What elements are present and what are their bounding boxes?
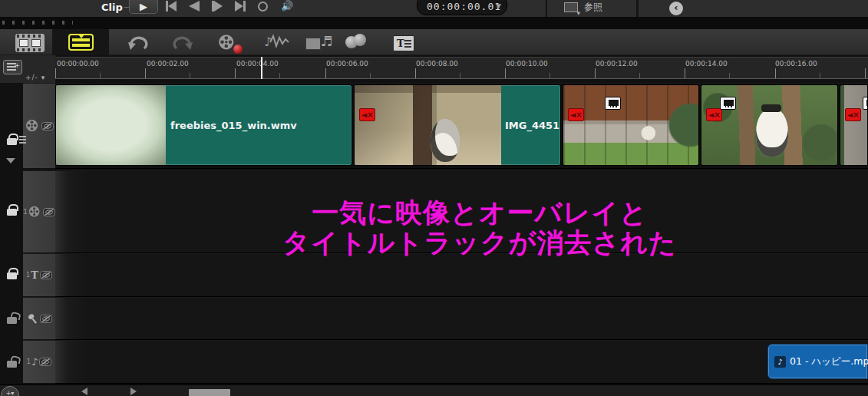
video-clip-cat-wall[interactable]: ◄×: [563, 84, 699, 166]
go-end-button[interactable]: [235, 0, 251, 12]
add-remove-track-control[interactable]: +/- ▾: [25, 74, 45, 81]
next-frame-button[interactable]: [212, 0, 228, 12]
caret-icon: ▾: [41, 74, 46, 81]
collapse-panel-button[interactable]: ‹: [669, 2, 683, 15]
scene-split-icon: [720, 97, 736, 110]
plus-icon: +: [14, 61, 20, 69]
music-track-unlock-icon[interactable]: [7, 361, 17, 368]
music-note-icon: ♪: [774, 356, 786, 368]
undo-button[interactable]: [126, 34, 149, 52]
clip-filename: freebies_015_win.wmv: [170, 120, 297, 131]
tick-label: 00:00:00.00: [57, 60, 99, 68]
mute-icon: ◄×: [845, 108, 861, 121]
video-track-icon: [25, 119, 40, 134]
video-track-list-icon[interactable]: [19, 136, 26, 137]
music-track-icon: ♪: [31, 356, 38, 368]
record-dot-icon: [233, 45, 243, 54]
scrollbar-thumb[interactable]: [189, 389, 230, 396]
music-clip-filename: 01 - ハッピー.mp3: [790, 355, 868, 368]
browse-button[interactable]: 参照: [564, 1, 602, 14]
volume-icon[interactable]: 🔊: [281, 0, 297, 12]
transport-controls: 🔊: [166, 0, 297, 14]
eye-hidden-icon[interactable]: [43, 208, 55, 216]
timecode-dropdown-icon[interactable]: ▼: [496, 2, 501, 10]
eye-hidden-icon[interactable]: [40, 315, 52, 323]
music-track-number: 1: [27, 358, 31, 365]
redo-button[interactable]: [172, 34, 195, 52]
voice-track-icon: [27, 313, 38, 325]
overlay-track-icon: [28, 206, 41, 219]
overlay-track-lock-icon[interactable]: [7, 209, 17, 216]
time-ruler[interactable]: 00:00:00.00 00:00:02.00 00:00:04.00 00:0…: [55, 57, 868, 79]
voice-track-unlock-icon[interactable]: [7, 317, 17, 324]
plus-minus-label: +/-: [25, 74, 38, 81]
overlay-track-number: 1: [23, 209, 27, 216]
music-track-header[interactable]: 1 ♪: [23, 340, 55, 384]
video-editor-window: Clip — ▶ 🔊 00:00:00.01 ▼ 参照 ‹: [0, 0, 868, 396]
sidebar-collapse-caret[interactable]: [6, 158, 15, 163]
scroll-left-button[interactable]: [81, 388, 87, 395]
auto-music-button[interactable]: ♬: [305, 35, 333, 53]
waveform-icon: [269, 34, 290, 49]
video-clip-cat-tree[interactable]: ◄×: [701, 84, 838, 166]
clip-thumbnail: [56, 85, 166, 165]
playhead[interactable]: [261, 57, 262, 79]
timeline-view-button-selected[interactable]: [52, 29, 109, 55]
browse-label: 参照: [584, 1, 602, 14]
voice-track[interactable]: [55, 297, 868, 340]
voice-track-header[interactable]: [23, 297, 55, 340]
eye-hidden-icon[interactable]: [39, 358, 51, 366]
clip-thumbnail: [355, 85, 501, 165]
repeat-button[interactable]: [258, 0, 274, 12]
annotation-text: 一気に映像とオーバレイと タイトルトラックが消去された: [249, 198, 710, 258]
eye-hidden-icon[interactable]: [40, 271, 52, 279]
clip-thumbnail: [563, 85, 698, 165]
play-button[interactable]: ▶: [129, 0, 158, 14]
record-capture-button[interactable]: [218, 34, 244, 54]
timecode-display[interactable]: 00:00:00.01 ▼: [417, 0, 507, 15]
title-track[interactable]: [55, 253, 868, 297]
go-start-button[interactable]: [166, 0, 182, 12]
video-track-header[interactable]: [23, 83, 55, 169]
panel-grip-strip: [0, 17, 868, 29]
scene-split-icon: [863, 97, 868, 110]
title-track-icon: T: [31, 269, 38, 281]
storyboard-view-button[interactable]: [15, 34, 45, 52]
timeline-view-icon: [68, 34, 94, 51]
tick-label: 00:00:04.00: [236, 60, 279, 68]
mute-icon: ◄×: [706, 108, 722, 121]
music-clip-happy-mp3[interactable]: ♪ 01 - ハッピー.mp3: [767, 344, 868, 379]
browse-panel-icon: [564, 2, 578, 12]
mute-icon: ◄×: [568, 108, 584, 121]
video-clip-img4451[interactable]: ◄× IMG_4451.M: [354, 84, 561, 166]
title-letter: T: [397, 38, 404, 49]
grip-dots[interactable]: [2, 21, 73, 25]
music-track[interactable]: [55, 340, 868, 384]
track-transition-button[interactable]: [345, 36, 373, 50]
title-track-header[interactable]: 1 T: [23, 253, 55, 297]
tick-label: 00:00:12.00: [596, 60, 638, 68]
circle-icon: [354, 34, 366, 46]
major-ticks: [55, 68, 868, 78]
video-clip-partial[interactable]: ◄×: [840, 84, 868, 166]
clip-filename: IMG_4451.M: [505, 120, 561, 131]
timecode-value: 00:00:00.01: [427, 1, 501, 12]
video-clip-freebies[interactable]: freebies_015_win.wmv: [55, 84, 352, 166]
topbar-divider: [636, 0, 639, 17]
title-track-lock-icon[interactable]: [7, 272, 17, 279]
tick-label: 00:00:08.00: [416, 60, 458, 68]
overlay-track-header[interactable]: 1: [23, 170, 55, 253]
eye-hidden-icon[interactable]: [41, 122, 54, 130]
sound-mixer-button[interactable]: ♪: [264, 34, 290, 49]
play-icon: ▶: [140, 1, 147, 12]
annotation-line-2: タイトルトラックが消去された: [249, 228, 710, 258]
video-track-lock-icon[interactable]: [7, 138, 17, 145]
scroll-right-button[interactable]: [130, 388, 137, 395]
title-track-number: 1: [26, 272, 30, 279]
subtitle-editor-button[interactable]: T: [393, 35, 414, 51]
previous-frame-button[interactable]: [189, 0, 205, 12]
tick-label: 00:00:02.00: [147, 60, 189, 68]
tick-label: 00:00:06.00: [326, 60, 368, 68]
track-manager-button[interactable]: +: [3, 60, 22, 74]
scene-split-icon: [605, 97, 621, 110]
